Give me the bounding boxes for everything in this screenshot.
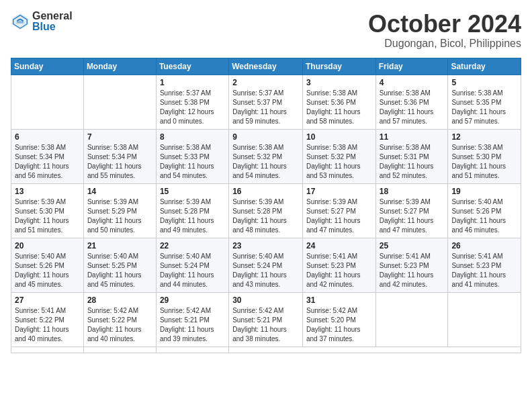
day-content: Sunrise: 5:42 AMSunset: 5:21 PMDaylight:…: [232, 306, 299, 344]
day-content: Sunrise: 5:38 AMSunset: 5:33 PMDaylight:…: [160, 143, 225, 181]
table-row: 15Sunrise: 5:39 AMSunset: 5:28 PMDayligh…: [156, 183, 228, 238]
table-row: 22Sunrise: 5:40 AMSunset: 5:24 PMDayligh…: [156, 238, 228, 292]
day-content: Sunrise: 5:38 AMSunset: 5:34 PMDaylight:…: [87, 143, 152, 181]
day-content: Sunrise: 5:39 AMSunset: 5:28 PMDaylight:…: [160, 197, 225, 235]
table-row: 21Sunrise: 5:40 AMSunset: 5:25 PMDayligh…: [83, 238, 156, 292]
day-number: 15: [160, 187, 225, 196]
table-row: 25Sunrise: 5:41 AMSunset: 5:23 PMDayligh…: [375, 238, 448, 292]
day-content: Sunrise: 5:38 AMSunset: 5:32 PMDaylight:…: [232, 143, 299, 181]
day-content: Sunrise: 5:39 AMSunset: 5:27 PMDaylight:…: [380, 197, 445, 235]
table-row: 20Sunrise: 5:40 AMSunset: 5:26 PMDayligh…: [11, 238, 84, 292]
day-content: Sunrise: 5:40 AMSunset: 5:25 PMDaylight:…: [87, 252, 152, 289]
day-number: 31: [306, 295, 372, 305]
day-number: 30: [232, 295, 299, 305]
table-row: [448, 292, 521, 347]
day-number: 7: [87, 132, 152, 142]
table-row: [83, 347, 156, 353]
day-content: Sunrise: 5:38 AMSunset: 5:36 PMDaylight:…: [306, 89, 372, 126]
table-row: 2Sunrise: 5:37 AMSunset: 5:37 PMDaylight…: [229, 75, 303, 129]
day-number: 6: [15, 132, 80, 142]
table-row: 18Sunrise: 5:39 AMSunset: 5:27 PMDayligh…: [375, 183, 448, 238]
col-friday: Friday: [375, 58, 448, 75]
day-number: 11: [380, 132, 445, 142]
header: General Blue October 2024 Dugongan, Bico…: [11, 11, 521, 50]
table-row: 7Sunrise: 5:38 AMSunset: 5:34 PMDaylight…: [83, 129, 156, 183]
day-content: Sunrise: 5:42 AMSunset: 5:21 PMDaylight:…: [160, 306, 225, 344]
day-content: Sunrise: 5:38 AMSunset: 5:35 PMDaylight:…: [451, 89, 517, 126]
table-row: 11Sunrise: 5:38 AMSunset: 5:31 PMDayligh…: [375, 129, 448, 183]
col-monday: Monday: [83, 58, 156, 75]
day-content: Sunrise: 5:41 AMSunset: 5:22 PMDaylight:…: [15, 306, 80, 344]
day-number: 17: [306, 187, 372, 196]
day-number: 18: [380, 187, 445, 196]
table-row: 17Sunrise: 5:39 AMSunset: 5:27 PMDayligh…: [302, 183, 375, 238]
table-row: 1Sunrise: 5:37 AMSunset: 5:38 PMDaylight…: [156, 75, 228, 129]
day-number: 14: [87, 187, 152, 196]
col-tuesday: Tuesday: [156, 58, 228, 75]
day-content: Sunrise: 5:38 AMSunset: 5:32 PMDaylight:…: [306, 143, 372, 181]
month-title: October 2024: [368, 11, 521, 38]
location: Dugongan, Bicol, Philippines: [368, 38, 521, 50]
day-number: 25: [380, 241, 445, 250]
table-row: 13Sunrise: 5:39 AMSunset: 5:30 PMDayligh…: [11, 183, 84, 238]
table-row: 8Sunrise: 5:38 AMSunset: 5:33 PMDaylight…: [156, 129, 228, 183]
table-row: [375, 292, 448, 347]
day-number: 10: [306, 132, 372, 142]
day-number: 27: [15, 295, 80, 305]
day-number: 8: [160, 132, 225, 142]
day-content: Sunrise: 5:38 AMSunset: 5:30 PMDaylight:…: [451, 143, 517, 181]
day-number: 23: [232, 241, 299, 250]
day-content: Sunrise: 5:42 AMSunset: 5:22 PMDaylight:…: [87, 306, 152, 344]
day-number: 2: [232, 78, 299, 87]
day-content: Sunrise: 5:40 AMSunset: 5:24 PMDaylight:…: [232, 252, 299, 289]
logo-text: General Blue: [32, 11, 73, 32]
calendar: Sunday Monday Tuesday Wednesday Thursday…: [11, 58, 521, 353]
day-number: 3: [306, 78, 372, 87]
day-content: Sunrise: 5:38 AMSunset: 5:36 PMDaylight:…: [380, 89, 445, 126]
table-row: 5Sunrise: 5:38 AMSunset: 5:35 PMDaylight…: [448, 75, 521, 129]
table-row: 28Sunrise: 5:42 AMSunset: 5:22 PMDayligh…: [83, 292, 156, 347]
page-container: General Blue October 2024 Dugongan, Bico…: [0, 0, 532, 360]
day-content: Sunrise: 5:40 AMSunset: 5:24 PMDaylight:…: [160, 252, 225, 289]
day-content: Sunrise: 5:42 AMSunset: 5:20 PMDaylight:…: [306, 306, 372, 344]
day-number: 21: [87, 241, 152, 250]
table-row: 9Sunrise: 5:38 AMSunset: 5:32 PMDaylight…: [229, 129, 303, 183]
day-content: Sunrise: 5:39 AMSunset: 5:28 PMDaylight:…: [232, 197, 299, 235]
day-number: 4: [380, 78, 445, 87]
table-row: 30Sunrise: 5:42 AMSunset: 5:21 PMDayligh…: [229, 292, 303, 347]
day-content: Sunrise: 5:39 AMSunset: 5:30 PMDaylight:…: [15, 197, 80, 235]
logo-general: General: [32, 11, 73, 21]
day-number: 24: [306, 241, 372, 250]
day-content: Sunrise: 5:38 AMSunset: 5:31 PMDaylight:…: [380, 143, 445, 181]
table-row: [156, 347, 228, 353]
logo-blue: Blue: [32, 21, 73, 32]
col-wednesday: Wednesday: [229, 58, 303, 75]
day-number: 1: [160, 78, 225, 87]
day-content: Sunrise: 5:41 AMSunset: 5:23 PMDaylight:…: [306, 252, 372, 289]
col-saturday: Saturday: [448, 58, 521, 75]
calendar-header-row: Sunday Monday Tuesday Wednesday Thursday…: [11, 58, 521, 75]
table-row: [83, 75, 156, 129]
day-content: Sunrise: 5:37 AMSunset: 5:37 PMDaylight:…: [232, 89, 299, 126]
day-content: Sunrise: 5:40 AMSunset: 5:26 PMDaylight:…: [451, 197, 517, 235]
table-row: 29Sunrise: 5:42 AMSunset: 5:21 PMDayligh…: [156, 292, 228, 347]
day-number: 29: [160, 295, 225, 305]
table-row: 26Sunrise: 5:41 AMSunset: 5:23 PMDayligh…: [448, 238, 521, 292]
day-number: 9: [232, 132, 299, 142]
day-content: Sunrise: 5:38 AMSunset: 5:34 PMDaylight:…: [15, 143, 80, 181]
table-row: 14Sunrise: 5:39 AMSunset: 5:29 PMDayligh…: [83, 183, 156, 238]
day-content: Sunrise: 5:40 AMSunset: 5:26 PMDaylight:…: [15, 252, 80, 289]
logo-icon: [11, 12, 30, 31]
day-content: Sunrise: 5:39 AMSunset: 5:27 PMDaylight:…: [306, 197, 372, 235]
table-row: 3Sunrise: 5:38 AMSunset: 5:36 PMDaylight…: [302, 75, 375, 129]
col-thursday: Thursday: [302, 58, 375, 75]
day-number: 28: [87, 295, 152, 305]
day-content: Sunrise: 5:41 AMSunset: 5:23 PMDaylight:…: [380, 252, 445, 289]
day-content: Sunrise: 5:41 AMSunset: 5:23 PMDaylight:…: [451, 252, 517, 289]
day-content: Sunrise: 5:39 AMSunset: 5:29 PMDaylight:…: [87, 197, 152, 235]
table-row: 4Sunrise: 5:38 AMSunset: 5:36 PMDaylight…: [375, 75, 448, 129]
table-row: [11, 75, 84, 129]
table-row: 10Sunrise: 5:38 AMSunset: 5:32 PMDayligh…: [302, 129, 375, 183]
table-row: [11, 347, 84, 353]
table-row: 27Sunrise: 5:41 AMSunset: 5:22 PMDayligh…: [11, 292, 84, 347]
